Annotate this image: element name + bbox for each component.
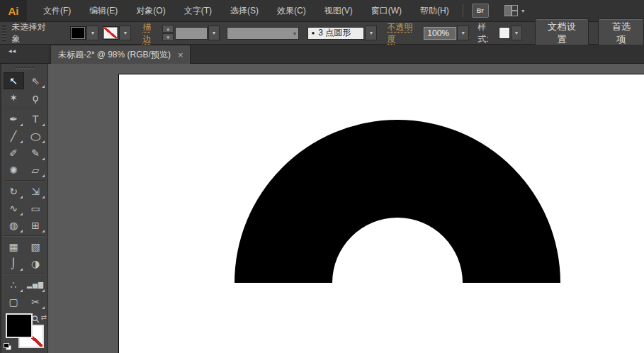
flyout-triangle-icon: [20, 196, 23, 198]
swap-fill-stroke-icon[interactable]: ⇄: [41, 313, 47, 321]
document-tab-bar: ◀◀ 未标题-2* @ 98% (RGB/预览) ×: [0, 45, 644, 64]
tool-paintbrush[interactable]: ✐: [4, 145, 24, 162]
column-graph-icon: ▂▅▇: [27, 282, 44, 288]
workspace-switcher[interactable]: ▼: [504, 5, 526, 16]
black-arch-shape[interactable]: [235, 120, 560, 283]
menu-item-2[interactable]: 对象(O): [127, 0, 174, 22]
tool-width[interactable]: ∿: [4, 200, 24, 217]
brush-dropdown-button[interactable]: ▼: [365, 26, 377, 40]
tool-lasso[interactable]: ϙ: [26, 89, 46, 106]
tool-eraser[interactable]: ▱: [26, 162, 46, 179]
opacity-value-field[interactable]: 100%: [424, 27, 456, 40]
close-icon[interactable]: ×: [178, 50, 183, 60]
tool-magic-wand[interactable]: ✶: [4, 89, 24, 106]
tool-row: ∿▭: [1, 200, 47, 217]
tool-selection[interactable]: ↖: [4, 72, 24, 89]
tool-blob-brush[interactable]: ✺: [4, 162, 24, 179]
menu-item-1[interactable]: 编辑(E): [80, 0, 127, 22]
flyout-triangle-icon: [42, 289, 45, 292]
tool-mesh[interactable]: ▦: [4, 238, 24, 255]
shape-builder-icon: ◍: [9, 220, 18, 230]
flyout-triangle-icon: [42, 157, 45, 160]
tool-row: ↖⇖: [1, 72, 47, 89]
tool-type[interactable]: T: [26, 111, 46, 128]
stroke-color-control[interactable]: ▼: [103, 26, 131, 40]
tool-scale[interactable]: ⇲: [26, 183, 46, 200]
tool-eyedropper[interactable]: ⌡: [4, 255, 24, 272]
stepper-down-icon[interactable]: ▼: [162, 33, 174, 41]
pencil-icon: ✎: [31, 148, 40, 158]
flyout-triangle-icon: [42, 85, 45, 88]
chevron-down-icon: ▼: [90, 30, 95, 35]
tool-blend[interactable]: ◑: [26, 255, 46, 272]
tool-free-transform[interactable]: ▭: [26, 200, 46, 217]
paintbrush-icon: ✐: [9, 148, 18, 158]
preferences-button[interactable]: 首选项: [598, 18, 644, 48]
gradient-icon: ▧: [30, 242, 40, 252]
brush-field[interactable]: ● 3 点圆形: [307, 27, 364, 40]
tool-slice[interactable]: ✂: [26, 293, 46, 310]
flyout-triangle-icon: [20, 140, 23, 143]
fill-swatch[interactable]: [70, 26, 86, 40]
menu-item-7[interactable]: 窗口(W): [362, 0, 411, 22]
tool-pencil[interactable]: ✎: [26, 145, 46, 162]
tool-line-segment[interactable]: ╱: [4, 128, 24, 145]
tools-panel: ↖⇖✶ϙ✒T╱○✐✎✺▱↻⇲∿▭◍⊞▦▧⌡◑∴▂▅▇▢✂✋⚲ ⇄: [0, 64, 48, 353]
menu-item-3[interactable]: 文字(T): [175, 0, 221, 22]
canvas-pasteboard[interactable]: [48, 64, 644, 353]
stroke-weight-dropdown-button[interactable]: ▼: [208, 26, 220, 40]
style-dropdown-button[interactable]: ▼: [511, 26, 522, 40]
default-fill-stroke-icon[interactable]: [4, 343, 11, 350]
free-transform-icon: ▭: [30, 203, 40, 213]
panel-grip-icon[interactable]: [2, 26, 6, 41]
chevron-down-icon: ▼: [461, 30, 465, 35]
tool-ellipse[interactable]: ○: [26, 128, 46, 145]
document-tab[interactable]: 未标题-2* @ 98% (RGB/预览) ×: [50, 45, 191, 64]
document-setup-button[interactable]: 文档设置: [535, 18, 589, 48]
tool-artboard[interactable]: ▢: [4, 293, 24, 310]
opacity-dropdown-button[interactable]: ▼: [457, 26, 469, 40]
menu-item-5[interactable]: 效果(C): [268, 0, 315, 22]
perspective-grid-icon: ⊞: [31, 220, 40, 230]
stroke-panel-link[interactable]: 描边: [142, 21, 158, 45]
chevron-down-icon: ▼: [368, 30, 373, 35]
brush-definition-control[interactable]: ● 3 点圆形 ▼: [307, 26, 377, 40]
tool-direct-selection[interactable]: ⇖: [26, 72, 46, 89]
menu-item-4[interactable]: 选择(S): [221, 0, 268, 22]
bridge-button[interactable]: Br: [472, 4, 489, 18]
chevron-down-icon: ▼: [293, 31, 298, 36]
collapse-panel-icon[interactable]: ◀◀: [9, 48, 16, 53]
flyout-triangle-icon: [42, 230, 45, 232]
tool-shape-builder[interactable]: ◍: [4, 217, 24, 234]
type-icon: T: [33, 114, 39, 124]
menu-item-6[interactable]: 视图(V): [315, 0, 362, 22]
flyout-triangle-icon: [42, 174, 45, 177]
menu-item-0[interactable]: 文件(F): [34, 0, 80, 22]
stroke-dropdown-button[interactable]: ▼: [119, 26, 131, 40]
stroke-weight-field[interactable]: [175, 27, 208, 40]
menu-items: 文件(F)编辑(E)对象(O)文字(T)选择(S)效果(C)视图(V)窗口(W)…: [34, 0, 458, 22]
tool-group-separator: [4, 274, 45, 275]
tool-row: ✒T: [1, 111, 47, 128]
style-swatch[interactable]: [499, 27, 510, 39]
tool-rotate[interactable]: ↻: [4, 183, 24, 200]
fill-indicator-black[interactable]: [6, 313, 33, 338]
width-profile-dropdown[interactable]: ▼: [227, 27, 300, 40]
panel-drag-grip[interactable]: [1, 64, 47, 72]
opacity-panel-link[interactable]: 不透明度: [387, 21, 418, 45]
eyedropper-icon: ⌡: [11, 259, 16, 269]
fill-color-control[interactable]: ▼: [70, 26, 98, 40]
stroke-weight-stepper[interactable]: ▲ ▼: [162, 25, 174, 41]
tool-row: ▦▧: [1, 238, 47, 255]
tool-perspective-grid[interactable]: ⊞: [26, 217, 46, 234]
artboard[interactable]: [118, 74, 644, 353]
fill-dropdown-button[interactable]: ▼: [86, 26, 98, 40]
opacity-control[interactable]: 100% ▼: [424, 26, 469, 40]
menu-item-8[interactable]: 帮助(H): [411, 0, 458, 22]
tool-column-graph[interactable]: ▂▅▇: [26, 276, 46, 293]
stroke-none-swatch[interactable]: [103, 26, 118, 40]
tool-gradient[interactable]: ▧: [26, 238, 46, 255]
tool-symbol-sprayer[interactable]: ∴: [4, 276, 24, 293]
stepper-up-icon[interactable]: ▲: [162, 25, 174, 33]
tool-pen[interactable]: ✒: [4, 111, 24, 128]
